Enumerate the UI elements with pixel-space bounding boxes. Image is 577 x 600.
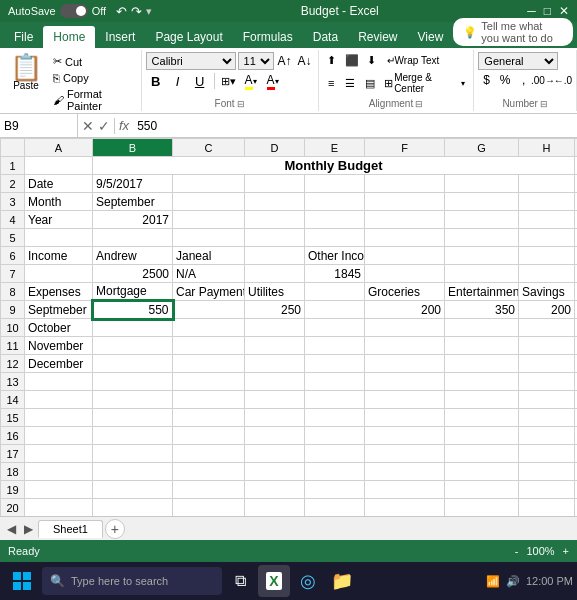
cell-F5[interactable] [365, 229, 445, 247]
cell-A5[interactable] [25, 229, 93, 247]
cancel-formula-btn[interactable]: ✕ [82, 118, 94, 134]
cell-D16[interactable] [245, 427, 305, 445]
cell-B11[interactable] [93, 337, 173, 355]
row-header-14[interactable]: 14 [1, 391, 25, 409]
cell-E7[interactable]: 1845 [305, 265, 365, 283]
col-header-e[interactable]: E [305, 139, 365, 157]
cell-B20[interactable] [93, 499, 173, 517]
row-header-9[interactable]: 9 [1, 301, 25, 319]
col-header-h[interactable]: H [519, 139, 575, 157]
cell-A16[interactable] [25, 427, 93, 445]
font-family-select[interactable]: Calibri [146, 52, 236, 70]
task-view-btn[interactable]: ⧉ [224, 565, 256, 597]
cell-A17[interactable] [25, 445, 93, 463]
row-header-5[interactable]: 5 [1, 229, 25, 247]
cell-C2[interactable] [173, 175, 245, 193]
align-bottom-btn[interactable]: ⬇ [363, 52, 381, 68]
zoom-out-btn[interactable]: - [515, 545, 519, 557]
cell-H3[interactable] [519, 193, 575, 211]
cell-D12[interactable] [245, 355, 305, 373]
autosave-toggle[interactable] [60, 4, 88, 18]
align-middle-btn[interactable]: ⬛ [343, 52, 361, 68]
cell-C17[interactable] [173, 445, 245, 463]
cell-H13[interactable] [519, 373, 575, 391]
cell-H11[interactable] [519, 337, 575, 355]
cell-A19[interactable] [25, 481, 93, 499]
cell-E11[interactable] [305, 337, 365, 355]
cell-E9[interactable] [305, 301, 365, 319]
tab-formulas[interactable]: Formulas [233, 26, 303, 48]
sheet-tab-sheet1[interactable]: Sheet1 [38, 520, 103, 538]
cell-H4[interactable] [519, 211, 575, 229]
row-header-16[interactable]: 16 [1, 427, 25, 445]
cell-G17[interactable] [445, 445, 519, 463]
cell-C12[interactable] [173, 355, 245, 373]
row-header-13[interactable]: 13 [1, 373, 25, 391]
row-header-8[interactable]: 8 [1, 283, 25, 301]
cell-E15[interactable] [305, 409, 365, 427]
confirm-formula-btn[interactable]: ✓ [98, 118, 110, 134]
cell-E13[interactable] [305, 373, 365, 391]
increase-decimal-btn[interactable]: .00→ [534, 72, 552, 88]
cell-D11[interactable] [245, 337, 305, 355]
row-header-2[interactable]: 2 [1, 175, 25, 193]
cell-C10[interactable] [173, 319, 245, 337]
cell-C6[interactable]: Janeal [173, 247, 245, 265]
cell-C16[interactable] [173, 427, 245, 445]
cell-A20[interactable] [25, 499, 93, 517]
row-header-10[interactable]: 10 [1, 319, 25, 337]
cell-E2[interactable] [305, 175, 365, 193]
cell-A4[interactable]: Year [25, 211, 93, 229]
cell-D18[interactable] [245, 463, 305, 481]
tab-page-layout[interactable]: Page Layout [145, 26, 232, 48]
cell-A7[interactable] [25, 265, 93, 283]
cell-G10[interactable] [445, 319, 519, 337]
taskbar-excel-icon[interactable]: X [258, 565, 290, 597]
cell-F3[interactable] [365, 193, 445, 211]
cell-F2[interactable] [365, 175, 445, 193]
cell-E19[interactable] [305, 481, 365, 499]
cell-A14[interactable] [25, 391, 93, 409]
cell-C14[interactable] [173, 391, 245, 409]
cell-H15[interactable] [519, 409, 575, 427]
cell-B12[interactable] [93, 355, 173, 373]
cell-D2[interactable] [245, 175, 305, 193]
col-header-c[interactable]: C [173, 139, 245, 157]
cell-A3[interactable]: Month [25, 193, 93, 211]
cell-E12[interactable] [305, 355, 365, 373]
row-header-7[interactable]: 7 [1, 265, 25, 283]
fill-color-button[interactable]: A ▾ [241, 72, 261, 90]
cell-D7[interactable] [245, 265, 305, 283]
cell-B8[interactable]: Mortgage [93, 283, 173, 301]
cell-B1[interactable]: Monthly Budget [93, 157, 575, 175]
cell-B18[interactable] [93, 463, 173, 481]
tab-home[interactable]: Home [43, 26, 95, 48]
cell-G15[interactable] [445, 409, 519, 427]
row-header-19[interactable]: 19 [1, 481, 25, 499]
taskbar-folder-icon[interactable]: 📁 [326, 565, 358, 597]
cell-C3[interactable] [173, 193, 245, 211]
cell-E6[interactable]: Other Income [305, 247, 365, 265]
name-box[interactable]: B9 [0, 114, 78, 137]
cell-G8[interactable]: Entertainment [445, 283, 519, 301]
cell-C7[interactable]: N/A [173, 265, 245, 283]
row-header-18[interactable]: 18 [1, 463, 25, 481]
cell-A1[interactable] [25, 157, 93, 175]
cell-B9[interactable]: 550 [93, 301, 173, 319]
tab-file[interactable]: File [4, 26, 43, 48]
cell-G7[interactable] [445, 265, 519, 283]
cell-F11[interactable] [365, 337, 445, 355]
cut-button[interactable]: ✂ Cut [50, 54, 137, 69]
cell-F4[interactable] [365, 211, 445, 229]
cell-E16[interactable] [305, 427, 365, 445]
row-header-1[interactable]: 1 [1, 157, 25, 175]
cell-A9[interactable]: Septmeber [25, 301, 93, 319]
font-color-button[interactable]: A ▾ [263, 72, 283, 90]
cell-F13[interactable] [365, 373, 445, 391]
add-sheet-button[interactable]: + [105, 519, 125, 539]
search-box[interactable]: 🔍 Type here to search [42, 567, 222, 595]
cell-B2[interactable]: 9/5/2017 [93, 175, 173, 193]
cell-F16[interactable] [365, 427, 445, 445]
cell-D3[interactable] [245, 193, 305, 211]
cell-E10[interactable] [305, 319, 365, 337]
